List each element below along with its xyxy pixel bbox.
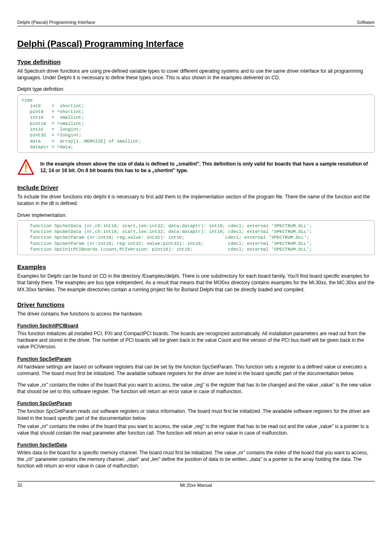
fn-setparam-heading: Function SpcSetParam <box>17 356 375 362</box>
svg-rect-1 <box>25 164 27 169</box>
fn-setdata-heading: Function SpcSetData <box>17 442 375 448</box>
fn-getparam-body2: The value „nr" contains the index of the… <box>17 423 375 436</box>
page-title: Delphi (Pascal) Programming Interface <box>17 39 375 49</box>
warning-triangle-icon <box>17 159 35 176</box>
header-left: Delphi (Pascal) Programming Interface <box>17 20 95 25</box>
footer-right <box>350 483 375 488</box>
fn-setparam-body2: The value „nr" contains the index of the… <box>17 382 375 395</box>
page-footer: 32 MI.20xx Manual <box>17 481 375 488</box>
page-header: Delphi (Pascal) Programming Interface So… <box>17 20 375 26</box>
warning-text: In the example shown above the size of d… <box>40 161 375 174</box>
footer-page-number: 32 <box>17 483 42 488</box>
include-code: function SpcSetData (nr,ch:int16; start,… <box>17 220 375 255</box>
header-right: Software <box>357 20 375 25</box>
warning-block: In the example shown above the size of d… <box>17 159 375 176</box>
fn-getparam-heading: Function SpcGetParam <box>17 401 375 406</box>
footer-center: MI.20xx Manual <box>42 483 350 488</box>
driver-intro: The driver contains five functions to ac… <box>17 311 375 317</box>
typedef-heading: Type definition <box>17 58 375 65</box>
typedef-intro: All Spectrum driver functions are using … <box>17 68 375 81</box>
svg-rect-2 <box>25 170 27 172</box>
typedef-label: Delphi type definition: <box>17 86 375 92</box>
include-label: Driver implementation: <box>17 212 375 219</box>
include-heading: Include Driver <box>17 184 375 191</box>
examples-body: Examples for Delphi can be found on CD i… <box>17 273 375 293</box>
fn-getparam-body1: The function SpcGetParam reads out softw… <box>17 408 375 421</box>
fn-initpciboard-heading: Function SpcInitPCIBoard <box>17 323 375 329</box>
fn-initpciboard-body: This function initializes all installed … <box>17 330 375 350</box>
fn-setdata-body: Writes data to the board for a specific … <box>17 449 375 470</box>
typedef-code: type int8 = shortint; pint8 = ^shortint;… <box>17 94 375 153</box>
driver-heading: Driver functions <box>17 301 375 308</box>
examples-heading: Examples <box>17 263 375 270</box>
fn-setparam-body1: All hardware settings are based on softw… <box>17 364 375 377</box>
include-intro: To include the driver functions into del… <box>17 193 375 207</box>
